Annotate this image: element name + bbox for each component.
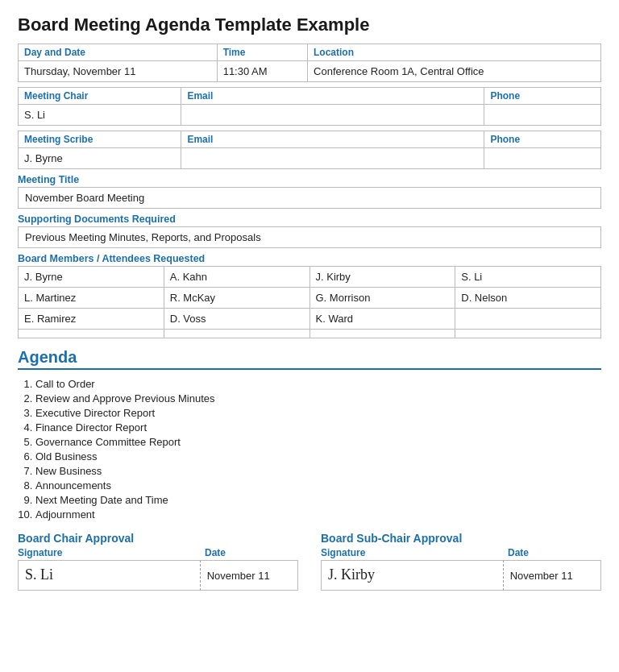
agenda-item: New Business [35,465,601,477]
agenda-item: Review and Approve Previous Minutes [35,392,601,404]
attendee-cell: D. Voss [164,309,310,330]
board-subchair-date-label: Date [508,547,601,558]
chair-email-value [181,105,484,126]
location-header: Location [308,44,601,61]
board-subchair-sub-labels: Signature Date [321,547,601,558]
agenda-item: Call to Order [35,378,601,390]
agenda-title: Agenda [18,348,601,367]
supporting-docs-section: Supporting Documents Required Previous M… [18,214,601,248]
attendee-cell: S. Li [455,267,601,288]
attendee-cell: R. McKay [164,288,310,309]
attendee-cell: E. Ramirez [19,309,164,330]
meeting-title-label: Meeting Title [18,174,601,185]
chair-phone-value [484,105,601,126]
attendee-cell: D. Nelson [455,288,601,309]
board-chair-sig-value: S. Li [18,560,201,591]
agenda-list: Call to OrderReview and Approve Previous… [18,378,601,521]
scribe-phone-header: Phone [484,131,601,148]
board-chair-approval-title: Board Chair Approval [18,532,298,545]
attendee-row: J. ByrneA. KahnJ. KirbyS. Li [19,267,601,288]
attendees-label: Board Members / Attendees Requested [18,253,601,264]
attendee-cell [19,330,164,338]
board-subchair-approval-title: Board Sub-Chair Approval [321,532,601,545]
agenda-item: Old Business [35,450,601,463]
attendee-cell: J. Byrne [19,267,164,288]
chair-name-value: S. Li [19,105,181,126]
meeting-info-table: Day and Date Time Location Thursday, Nov… [18,44,601,82]
board-subchair-sig-value: J. Kirby [321,560,504,591]
board-chair-sig-label: Signature [18,547,205,558]
time-header: Time [217,44,307,61]
scribe-label-header: Meeting Scribe [19,131,181,148]
attendees-section: Board Members / Attendees Requested J. B… [18,253,601,338]
scribe-phone-value [484,148,601,169]
attendee-cell [164,330,310,338]
agenda-item: Executive Director Report [35,407,601,419]
agenda-item: Next Meeting Date and Time [35,494,601,506]
agenda-item: Governance Committee Report [35,436,601,448]
chair-label-header: Meeting Chair [19,88,181,105]
day-date-header: Day and Date [19,44,218,61]
supporting-docs-label: Supporting Documents Required [18,214,601,225]
meeting-title-section: Meeting Title November Board Meeting [18,174,601,209]
board-chair-approval-row: S. Li November 11 [18,560,298,591]
attendees-table: J. ByrneA. KahnJ. KirbyS. LiL. MartinezR… [18,266,601,338]
attendee-cell: L. Martinez [19,288,164,309]
agenda-section: Agenda Call to OrderReview and Approve P… [18,348,601,521]
attendee-row [19,330,601,338]
attendee-row: L. MartinezR. McKayG. MorrisonD. Nelson [19,288,601,309]
agenda-item: Finance Director Report [35,421,601,433]
scribe-name-value: J. Byrne [19,148,181,169]
board-chair-date-value: November 11 [201,560,298,591]
meeting-scribe-table: Meeting Scribe Email Phone J. Byrne [18,131,601,169]
main-title: Board Meeting Agenda Template Example [18,15,601,35]
board-subchair-approval-block: Board Sub-Chair Approval Signature Date … [321,532,601,591]
attendee-cell: G. Morrison [310,288,455,309]
meeting-chair-table: Meeting Chair Email Phone S. Li [18,87,601,126]
attendee-cell: J. Kirby [310,267,455,288]
attendee-cell [455,330,601,338]
attendee-cell [310,330,455,338]
approval-section: Board Chair Approval Signature Date S. L… [18,532,601,591]
board-subchair-sig-label: Signature [321,547,508,558]
board-subchair-date-value: November 11 [504,560,601,591]
time-value: 11:30 AM [217,61,307,82]
location-value: Conference Room 1A, Central Office [308,61,601,82]
scribe-email-value [181,148,484,169]
agenda-item: Announcements [35,479,601,492]
board-chair-approval-block: Board Chair Approval Signature Date S. L… [18,532,298,591]
board-chair-date-label: Date [205,547,298,558]
board-subchair-approval-row: J. Kirby November 11 [321,560,601,591]
attendee-cell [455,309,601,330]
board-chair-sub-labels: Signature Date [18,547,298,558]
meeting-title-value: November Board Meeting [18,187,601,209]
agenda-item: Adjournment [35,508,601,521]
attendee-row: E. RamirezD. VossK. Ward [19,309,601,330]
supporting-docs-value: Previous Meeting Minutes, Reports, and P… [18,226,601,248]
agenda-divider [18,368,601,370]
scribe-email-header: Email [181,131,484,148]
chair-phone-header: Phone [484,88,601,105]
attendee-cell: K. Ward [310,309,455,330]
attendee-cell: A. Kahn [164,267,310,288]
day-date-value: Thursday, November 11 [19,61,218,82]
chair-email-header: Email [181,88,484,105]
